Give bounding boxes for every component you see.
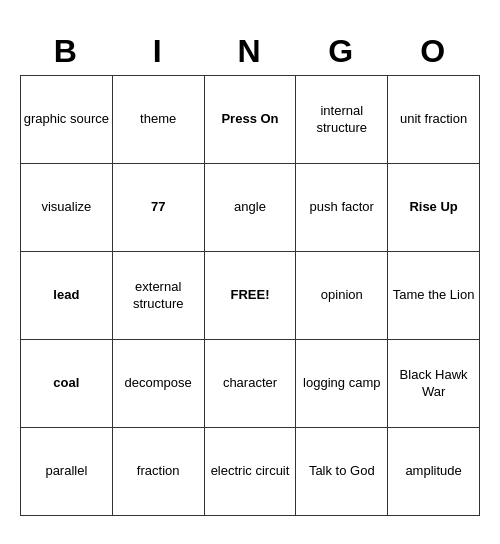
table-cell: electric circuit [204, 428, 296, 516]
table-cell: character [204, 340, 296, 428]
table-cell: Rise Up [388, 164, 480, 252]
table-cell: lead [21, 252, 113, 340]
table-row: graphic sourcethemePress Oninternal stru… [21, 76, 480, 164]
table-row: visualize77anglepush factorRise Up [21, 164, 480, 252]
table-cell: fraction [112, 428, 204, 516]
table-row: parallelfractionelectric circuitTalk to … [21, 428, 480, 516]
table-cell: Press On [204, 76, 296, 164]
table-cell: logging camp [296, 340, 388, 428]
table-cell: coal [21, 340, 113, 428]
table-cell: 77 [112, 164, 204, 252]
bingo-body: graphic sourcethemePress Oninternal stru… [21, 76, 480, 516]
bingo-header-row: B I N G O [21, 28, 480, 76]
table-cell: internal structure [296, 76, 388, 164]
header-i: I [112, 28, 204, 76]
table-cell: Tame the Lion [388, 252, 480, 340]
table-cell: decompose [112, 340, 204, 428]
header-g: G [296, 28, 388, 76]
header-b: B [21, 28, 113, 76]
table-cell: unit fraction [388, 76, 480, 164]
table-cell: FREE! [204, 252, 296, 340]
table-cell: parallel [21, 428, 113, 516]
table-cell: graphic source [21, 76, 113, 164]
table-cell: Black Hawk War [388, 340, 480, 428]
table-cell: external structure [112, 252, 204, 340]
header-n: N [204, 28, 296, 76]
table-row: coaldecomposecharacterlogging campBlack … [21, 340, 480, 428]
table-cell: angle [204, 164, 296, 252]
table-cell: amplitude [388, 428, 480, 516]
table-row: leadexternal structureFREE!opinionTame t… [21, 252, 480, 340]
table-cell: theme [112, 76, 204, 164]
table-cell: Talk to God [296, 428, 388, 516]
header-o: O [388, 28, 480, 76]
bingo-card: B I N G O graphic sourcethemePress Onint… [20, 28, 480, 517]
table-cell: push factor [296, 164, 388, 252]
table-cell: visualize [21, 164, 113, 252]
table-cell: opinion [296, 252, 388, 340]
